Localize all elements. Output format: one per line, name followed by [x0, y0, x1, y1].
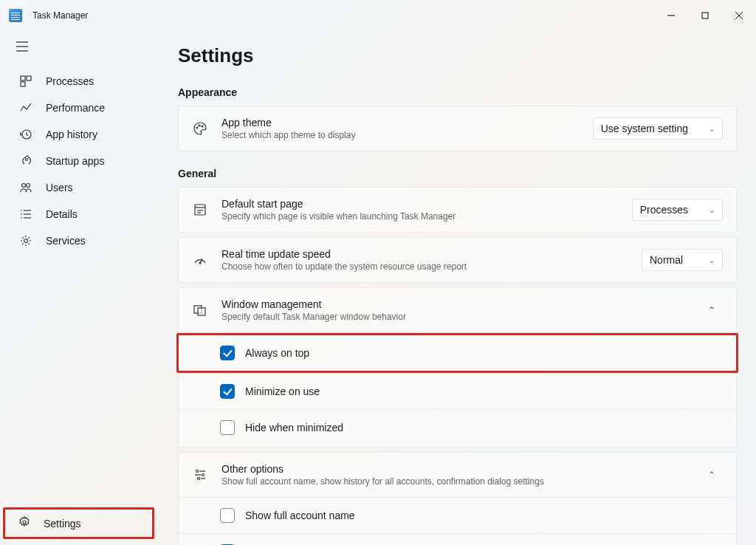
hamburger-button[interactable]: [0, 31, 157, 68]
card-title: Real time update speed: [221, 248, 628, 260]
window-management-header[interactable]: Window management Specify default Task M…: [179, 288, 736, 332]
page-title: Settings: [178, 44, 737, 67]
palette-icon: [192, 120, 208, 137]
svg-point-37: [198, 478, 200, 480]
sidebar-item-label: Users: [46, 182, 73, 193]
app-icon: [9, 9, 22, 22]
chevron-up-icon: ⌃: [701, 305, 723, 315]
card-other-options: Other options Show full account name, sh…: [178, 452, 737, 545]
sidebar-item-users[interactable]: Users: [3, 174, 154, 201]
main-content: Settings Appearance App theme Select whi…: [157, 31, 756, 545]
card-title: Default start page: [221, 198, 619, 210]
speed-icon: [192, 252, 208, 268]
section-appearance: Appearance: [178, 86, 737, 98]
dropdown-value: Use system setting: [601, 123, 688, 134]
sidebar-item-label: Details: [46, 208, 78, 220]
svg-point-35: [202, 474, 205, 476]
users-icon: [19, 181, 32, 194]
sidebar-item-settings[interactable]: Settings: [5, 510, 152, 537]
app-theme-dropdown[interactable]: Use system setting ⌄: [593, 117, 723, 140]
card-subtitle: Specify which page is visible when launc…: [221, 211, 619, 222]
card-subtitle: Choose how often to update the system re…: [221, 261, 628, 272]
option-hide-when-minimized[interactable]: Hide when minimized: [179, 409, 736, 445]
svg-rect-32: [198, 308, 205, 315]
card-default-start: Default start page Specify which page is…: [178, 187, 737, 233]
sidebar-item-label: Processes: [46, 75, 94, 87]
svg-point-12: [22, 184, 26, 188]
titlebar: Task Manager: [0, 0, 756, 31]
card-title: Window management: [221, 298, 687, 310]
card-update-speed: Real time update speed Choose how often …: [178, 237, 737, 283]
svg-rect-8: [21, 82, 25, 86]
svg-point-13: [27, 184, 30, 188]
window-controls: [654, 4, 756, 27]
startup-icon: [19, 154, 32, 168]
history-icon: [19, 128, 32, 141]
card-subtitle: Specify default Task Manager window beha…: [221, 312, 687, 322]
sidebar-item-label: Services: [46, 235, 86, 247]
card-title: App theme: [221, 117, 580, 128]
card-subtitle: Select which app theme to display: [221, 130, 580, 140]
svg-point-20: [24, 239, 28, 243]
option-minimize-on-use[interactable]: Minimize on use: [179, 373, 736, 409]
other-options-header[interactable]: Other options Show full account name, sh…: [179, 453, 736, 497]
svg-rect-9: [27, 76, 31, 80]
option-label: Minimize on use: [245, 385, 320, 397]
svg-rect-1: [702, 13, 708, 18]
chevron-down-icon: ⌄: [709, 206, 715, 214]
sidebar: Processes Performance App history Startu…: [0, 31, 157, 545]
chevron-down-icon: ⌄: [709, 256, 715, 264]
sidebar-item-startup-apps[interactable]: Startup apps: [3, 148, 154, 174]
checkbox-hide-when-minimized[interactable]: [220, 420, 235, 435]
option-label: Show full account name: [245, 510, 355, 521]
sidebar-item-label: Settings: [44, 518, 81, 529]
sidebar-item-details[interactable]: Details: [3, 201, 154, 227]
option-show-full-account[interactable]: Show full account name: [179, 498, 736, 533]
page-icon: [192, 202, 208, 218]
option-label: Hide when minimized: [245, 422, 343, 433]
svg-point-22: [196, 127, 198, 128]
checkbox-always-on-top[interactable]: [220, 346, 235, 360]
close-button[interactable]: [722, 4, 756, 27]
dropdown-value: Processes: [640, 204, 688, 216]
default-start-dropdown[interactable]: Processes ⌄: [632, 199, 723, 221]
highlight-settings: Settings: [3, 507, 154, 539]
dropdown-value: Normal: [650, 254, 683, 266]
card-subtitle: Show full account name, show history for…: [221, 476, 687, 487]
svg-point-23: [199, 125, 200, 126]
card-title: Other options: [221, 463, 687, 475]
card-app-theme: App theme Select which app theme to disp…: [178, 106, 737, 151]
sidebar-item-services[interactable]: Services: [3, 227, 154, 254]
svg-point-30: [199, 262, 201, 264]
minimize-button[interactable]: [654, 4, 688, 27]
sidebar-item-label: Startup apps: [46, 155, 104, 167]
performance-icon: [19, 101, 32, 114]
details-icon: [19, 208, 32, 221]
svg-rect-7: [21, 76, 25, 80]
svg-point-11: [26, 159, 28, 161]
highlight-always-on-top: Always on top: [176, 333, 738, 373]
section-general: General: [178, 168, 737, 179]
svg-point-21: [23, 521, 26, 524]
processes-icon: [19, 75, 32, 88]
svg-point-33: [196, 470, 199, 473]
checkbox-show-full-account[interactable]: [220, 508, 235, 523]
option-label: Always on top: [245, 347, 309, 359]
services-icon: [19, 234, 32, 247]
option-show-history-all[interactable]: Show history for all accounts: [179, 533, 736, 545]
gear-icon: [18, 516, 30, 530]
option-always-on-top[interactable]: Always on top: [179, 335, 736, 371]
options-icon: [192, 467, 208, 483]
maximize-button[interactable]: [688, 4, 722, 27]
window-title: Task Manager: [32, 10, 88, 21]
sidebar-item-app-history[interactable]: App history: [3, 121, 154, 148]
checkbox-minimize-on-use[interactable]: [220, 384, 235, 399]
svg-rect-25: [195, 205, 205, 215]
update-speed-dropdown[interactable]: Normal ⌄: [642, 249, 723, 271]
sidebar-item-performance[interactable]: Performance: [3, 95, 154, 121]
chevron-up-icon: ⌃: [701, 470, 723, 480]
sidebar-item-processes[interactable]: Processes: [3, 68, 154, 95]
chevron-down-icon: ⌄: [709, 125, 715, 133]
sidebar-item-label: App history: [46, 128, 97, 140]
window-icon: [192, 302, 208, 318]
